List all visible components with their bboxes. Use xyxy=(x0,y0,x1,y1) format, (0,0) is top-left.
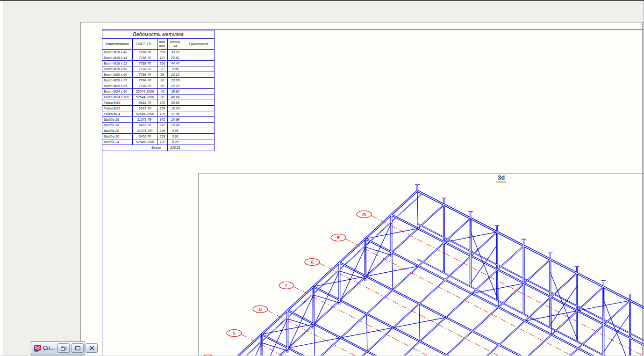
table-cell-name: Шайба 16 xyxy=(102,117,133,123)
table-cell-qty: 120 xyxy=(157,139,168,145)
table-cell-mass: 36.56 xyxy=(168,100,183,106)
table-cell-gost: 7798-70 xyxy=(133,78,157,83)
table-cell-mass: 12.10 xyxy=(168,72,183,78)
table-cell-qty: 972 xyxy=(157,123,168,128)
table-cell-note xyxy=(183,94,214,100)
table-cell-qty: 366 xyxy=(157,61,168,66)
table-cell-mass: 16.29 xyxy=(168,106,183,111)
table-cell-qty: 40 xyxy=(157,89,168,94)
table-cell-note xyxy=(183,139,214,145)
table-cell-mass: 20.82 xyxy=(168,55,183,61)
table-cell-qty: 70 xyxy=(157,66,168,72)
table-cell-note xyxy=(183,83,214,89)
minimized-document-window[interactable]: Сп... xyxy=(31,341,85,355)
table-cell-qty: 80 xyxy=(157,94,168,100)
table-cell-gost: 7798-70 xyxy=(133,61,157,66)
maximize-icon xyxy=(75,346,80,350)
table-cell-gost: 7798-70 xyxy=(133,83,157,89)
table-cell-gost: 6402-70 xyxy=(133,123,157,128)
table-cell-name: Болт М16 х 40 xyxy=(102,50,133,55)
structure-wireframe[interactable]: ЖЕДГВБ xyxy=(198,173,644,356)
table-cell-note xyxy=(183,128,214,134)
table-cell-mass: 6.20 xyxy=(168,139,183,145)
table-cell-note xyxy=(183,61,214,66)
grid-axis-label: Г xyxy=(285,283,287,288)
grid-axis-label: Е xyxy=(337,235,340,240)
table-cell-name: Болт М16 х 60 xyxy=(102,66,133,72)
table-cell-gost: 5915-70 xyxy=(133,100,157,106)
minimized-window-title: Сп... xyxy=(43,345,55,351)
table-cell-mass: 33.22 xyxy=(168,50,183,55)
table-cell-note xyxy=(183,123,214,128)
restore-button[interactable] xyxy=(57,343,70,353)
table-cell-note xyxy=(183,100,214,106)
table-cell-name: Болт М20 х 60 xyxy=(102,72,133,78)
grid-axis-marker[interactable]: Ж xyxy=(357,211,372,218)
table-total-mass: 335.51 xyxy=(168,145,183,151)
table-column-header: Наименование xyxy=(102,39,133,50)
table-cell-qty: 972 xyxy=(157,117,168,123)
table-cell-name: Гайка М24 xyxy=(102,111,133,117)
grid-axis-marker[interactable]: В xyxy=(253,306,268,313)
table-cell-qty: 197 xyxy=(157,55,168,61)
table-cell-gost: 52644-2006 xyxy=(133,89,157,94)
table-cell-note xyxy=(183,78,214,83)
table-column-header: ГОСТ, ТУ... xyxy=(133,39,157,50)
table-cell-name: Шайба 20 xyxy=(102,128,133,134)
table-cell-qty: 80 xyxy=(157,83,168,89)
table-cell-mass: 18.92 xyxy=(168,89,183,94)
table-cell-name: Шайба 16 xyxy=(102,123,133,128)
table-cell-qty: 228 xyxy=(157,106,168,111)
table-cell-name: Шайба 24 xyxy=(102,139,133,145)
table-cell-note xyxy=(183,55,214,61)
table-total-label: Всего xyxy=(102,145,168,151)
table-cell-name: Болт М24 х 90 xyxy=(102,89,133,94)
table-cell-gost: 52646-2006 xyxy=(133,139,157,145)
layer-mark: ЖЕДГВБ xyxy=(200,211,372,356)
table-cell-gost: 11371-78* xyxy=(133,117,157,123)
table-cell-mass: 3.91 xyxy=(168,128,183,134)
table-cell-qty: 972 xyxy=(157,100,168,106)
table-cell-qty: 228 xyxy=(157,128,168,134)
grid-axis-marker[interactable]: Б xyxy=(227,330,242,337)
table-cell-note xyxy=(183,111,214,117)
sheet-frame-line-top xyxy=(102,29,643,29)
grid-axis-label: В xyxy=(259,307,262,312)
table-cell-name: Болт М16 х 55 xyxy=(102,61,133,66)
table-cell-gost: 7798-70 xyxy=(133,50,157,55)
table-cell-mass: 10.98 xyxy=(168,117,183,123)
table-cell-mass: 3.91 xyxy=(168,134,183,139)
table-cell-note xyxy=(183,66,214,72)
maximize-button[interactable] xyxy=(72,343,84,353)
table-cell-note xyxy=(183,72,214,78)
table-cell-gost: 5915-70 xyxy=(133,106,157,111)
table-cell-note xyxy=(183,50,214,55)
table-cell-gost: 7798-70 xyxy=(133,55,157,61)
table-cell-gost: 7798-70 xyxy=(133,66,157,72)
table-cell-gost: 52645-2006 xyxy=(133,111,157,117)
table-cell-mass: 40.64 xyxy=(168,94,183,100)
close-button[interactable] xyxy=(86,343,98,353)
table-cell-mass: 10.98 xyxy=(168,123,183,128)
table-cell-name: Болт М24 х 100 xyxy=(102,94,133,100)
table-cell-mass: 9.06 xyxy=(168,66,183,72)
table-cell-name: Шайба 20 xyxy=(102,134,133,139)
grid-axis-label: Ж xyxy=(362,212,366,217)
table-column-header: Примечание xyxy=(183,39,214,50)
table-cell-note xyxy=(183,89,214,94)
table-cell-note xyxy=(183,106,214,111)
grid-axis-marker[interactable]: Г xyxy=(279,282,294,289)
grid-axis-marker[interactable]: Д xyxy=(305,259,320,266)
table-column-header: Кол. шт. xyxy=(157,39,168,50)
close-icon xyxy=(89,346,94,350)
hardware-table[interactable]: Ведомость метизов НаименованиеГОСТ, ТУ..… xyxy=(102,30,215,151)
table-cell-name: Болт М20 х 75 xyxy=(102,78,133,83)
table-cell-name: Болт М20 х 85 xyxy=(102,83,133,89)
table-column-header: Масса, кг xyxy=(168,39,183,50)
table-cell-mass: 22.22 xyxy=(168,83,183,89)
table-cell-name: Гайка М20 xyxy=(102,106,133,111)
grid-axis-label: Д xyxy=(311,260,314,264)
restore-icon xyxy=(61,346,67,351)
table-cell-gost: 11371-78* xyxy=(133,128,157,134)
grid-axis-marker[interactable]: Е xyxy=(331,234,346,241)
